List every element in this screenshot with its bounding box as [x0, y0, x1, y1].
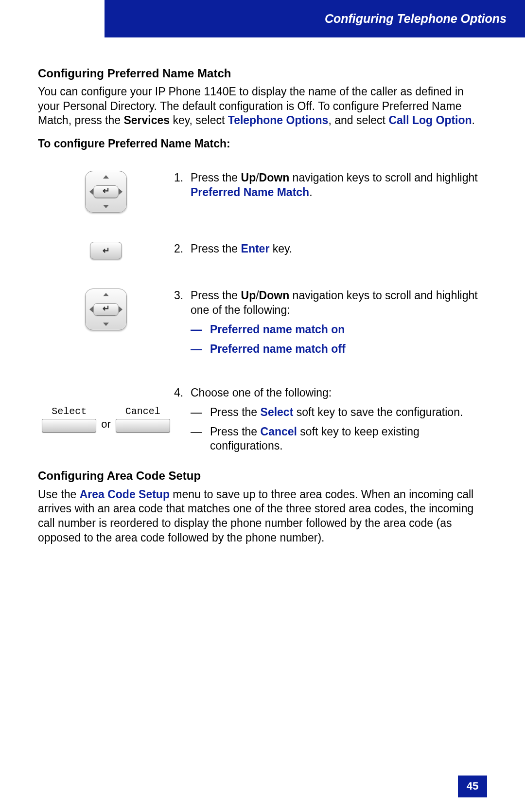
step-3: ↵ 3. Press the Up/Down navigation keys t… — [38, 289, 487, 357]
or-text: or — [101, 417, 111, 433]
cancel-softkey-label: Cancel — [125, 405, 160, 418]
cancel-softkey-button — [116, 419, 170, 433]
page-number: 45 — [458, 776, 487, 797]
nav-key-icon: ↵ — [85, 171, 127, 213]
header-title: Configuring Telephone Options — [325, 12, 507, 25]
step-number: 1. — [174, 171, 191, 200]
step-number: 3. — [174, 289, 191, 357]
section-heading: Configuring Preferred Name Match — [38, 66, 487, 81]
step-text: Choose one of the following: — Press the… — [191, 386, 487, 454]
page-header: Configuring Telephone Options — [105, 0, 525, 37]
step-1: ↵ 1. Press the Up/Down navigation keys t… — [38, 171, 487, 213]
step-text: Press the Up/Down navigation keys to scr… — [191, 171, 487, 200]
sub-heading: To configure Preferred Name Match: — [38, 137, 487, 151]
nav-key-icon: ↵ — [85, 289, 127, 330]
select-softkey-label: Select — [52, 405, 87, 418]
enter-key-icon: ↵ — [90, 242, 122, 259]
step-text: Press the Up/Down navigation keys to scr… — [191, 289, 487, 357]
step-2: ↵ 2. Press the Enter key. — [38, 242, 487, 259]
softkeys-icon: Select or Cancel — [42, 405, 170, 433]
step-number: 4. — [174, 386, 191, 454]
section-heading-2: Configuring Area Code Setup — [38, 468, 487, 483]
intro-paragraph: You can configure your IP Phone 1140E to… — [38, 85, 487, 128]
step-text: Press the Enter key. — [191, 242, 487, 256]
step-4: Select or Cancel 4. Choose one of the fo… — [38, 386, 487, 454]
step-number: 2. — [174, 242, 191, 256]
section2-paragraph: Use the Area Code Setup menu to save up … — [38, 487, 487, 546]
select-softkey-button — [42, 419, 96, 433]
